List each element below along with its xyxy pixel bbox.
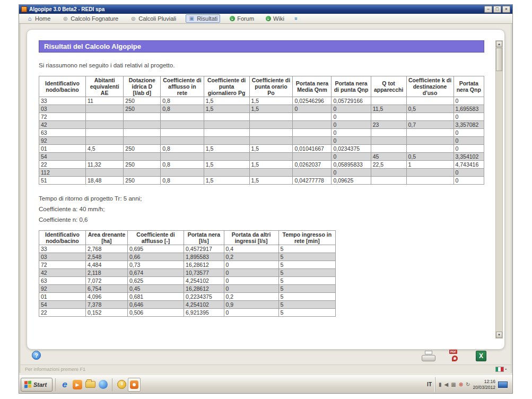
nav-bar: ⌂ Home ⊚ Calcolo Fognature ⊚ Calcoli Plu…: [19, 14, 512, 24]
table-cell: 112: [39, 169, 86, 177]
excel-export-icon[interactable]: X: [476, 351, 486, 361]
table-cell: 0,66: [127, 253, 184, 261]
flag-dropdown-arrow-icon[interactable]: ▪: [505, 367, 507, 371]
table-row: 926,7540,4516,2861205: [39, 285, 336, 293]
media-player-icon[interactable]: ▶: [71, 378, 84, 392]
close-button[interactable]: ×: [502, 6, 510, 13]
table-cell: [124, 137, 161, 145]
tray-app-icon[interactable]: ▮: [439, 381, 442, 387]
start-button[interactable]: Start: [21, 378, 53, 392]
nav-item-calcoli-pluviali[interactable]: ⊚ Calcoli Pluviali: [128, 15, 178, 22]
table-cell: [204, 153, 249, 161]
column-header: Dotazione idrica D [l/ab d]: [124, 76, 161, 97]
table-cell: 63: [39, 277, 86, 285]
table-cell: 4,5: [86, 145, 124, 153]
scroll-up-button[interactable]: ▲: [496, 41, 502, 47]
nav-item-forum[interactable]: ▸ Forum: [228, 15, 256, 22]
table-cell: 16,28612: [184, 261, 224, 269]
table-cell: 0,02546296: [293, 97, 332, 105]
table-cell: [86, 137, 124, 145]
table-cell: [86, 121, 124, 129]
print-icon[interactable]: [422, 351, 435, 361]
table-row: 422,1180,67410,7357705: [39, 269, 336, 277]
table-row: 6300: [39, 129, 484, 137]
minimize-button[interactable]: −: [484, 6, 492, 13]
nav-item-label: Calcolo Fognature: [71, 15, 118, 22]
help-icon[interactable]: ?: [32, 351, 41, 360]
internet-explorer-icon[interactable]: e: [58, 378, 71, 392]
table-cell: 11,32: [86, 161, 124, 169]
nav-item-risultati[interactable]: ▣ Risultati: [186, 14, 220, 23]
table-cell: [406, 97, 453, 105]
scroll-down-button[interactable]: ▼: [496, 332, 502, 338]
network-icon[interactable]: ▦: [451, 381, 456, 387]
table-cell: 1,5: [204, 145, 249, 153]
table-row: 9200: [39, 137, 484, 145]
table-cell: 42: [39, 269, 86, 277]
pdf-export-icon[interactable]: PDF: [449, 350, 462, 361]
table-cell: [293, 169, 332, 177]
table-cell: 0,7: [406, 121, 453, 129]
table-cell: 0,8: [161, 177, 204, 185]
table-cell: [86, 153, 124, 161]
page-title: Risultati del Calcolo Algopipe: [39, 40, 484, 53]
table-cell: 0,4: [224, 245, 278, 253]
table-cell: 0,8: [161, 105, 204, 113]
app-icon: [21, 6, 27, 12]
column-header: Coefficiente di afflusso [-]: [127, 231, 184, 245]
table-cell: 0,01041667: [293, 145, 332, 153]
algopipe-app-icon[interactable]: [128, 378, 141, 392]
results-panel: Risultati del Calcolo Algopipe Si riassu…: [27, 29, 505, 350]
table-cell: [86, 129, 124, 137]
table-cell: 0: [332, 169, 371, 177]
nav-item-label: Home: [35, 15, 50, 22]
volume-icon[interactable]: ◀: [444, 381, 449, 387]
table-cell: 5: [278, 293, 335, 301]
table-cell: 0: [224, 261, 278, 269]
table-cell: 2,768: [86, 245, 128, 253]
table-cell: [124, 169, 161, 177]
sync-icon[interactable]: ↻: [466, 381, 470, 387]
table-cell: 18,48: [86, 177, 124, 185]
language-indicator[interactable]: IT: [424, 381, 435, 387]
table-cell: 0: [293, 105, 332, 113]
table-cell: 10,73577: [184, 269, 224, 277]
table-row: 220,1520,5066,92139505: [39, 309, 336, 317]
table-cell: 4,254102: [184, 301, 224, 309]
table-cell: 11: [86, 97, 124, 105]
note-coefficient-n: Coefficiente n: 0,6: [39, 216, 484, 223]
table-cell: 0: [453, 137, 484, 145]
table-cell: 250: [124, 97, 161, 105]
table-cell: 01: [39, 293, 86, 301]
table-row: 032500,81,51,50011,50,51,695583: [39, 105, 484, 113]
table-cell: 23: [371, 121, 406, 129]
table-cell: 03: [39, 253, 86, 261]
table-cell: 1,5: [249, 145, 293, 153]
scrollbar-thumb[interactable]: [496, 48, 502, 71]
antivirus-icon[interactable]: ⊗: [459, 381, 463, 387]
tray-flag-icon[interactable]: [498, 381, 508, 388]
table-cell: 1,5: [204, 105, 249, 113]
folder-icon[interactable]: [84, 378, 97, 392]
table-cell: 0,2234375: [184, 293, 224, 301]
restore-button[interactable]: □: [493, 6, 501, 13]
taskbar-clock[interactable]: 12:16 20/03/2012: [473, 379, 495, 389]
messenger-globe-icon[interactable]: [97, 378, 109, 392]
mail-clock-icon[interactable]: [115, 378, 128, 392]
chevron-down-icon[interactable]: «: [292, 17, 299, 20]
nav-item-home[interactable]: ⌂ Home: [24, 15, 53, 22]
table-cell: 0: [224, 269, 278, 277]
table-row: 332,7680,6950,45729170,45: [39, 245, 336, 253]
table-cell: 1: [406, 161, 453, 169]
table-cell: [371, 129, 406, 137]
table-cell: 0: [332, 129, 371, 137]
table-row: 33112500,81,51,50,025462960,057291660: [39, 97, 484, 105]
note-return-period: Tempo di ritorno di progetto Tr: 5 anni;: [39, 195, 484, 202]
vertical-scrollbar[interactable]: ▲ ▼: [495, 40, 503, 339]
table-row: 540450,53,354102: [39, 153, 484, 161]
nav-item-wiki[interactable]: ▸ Wiki: [264, 15, 286, 22]
drainage-results-table: Identificativo nodo/bacinoArea drenante …: [39, 230, 336, 317]
table-cell: 7,072: [86, 277, 128, 285]
italian-flag-icon[interactable]: [495, 367, 504, 372]
nav-item-calcolo-fognature[interactable]: ⊚ Calcolo Fognature: [60, 15, 120, 22]
